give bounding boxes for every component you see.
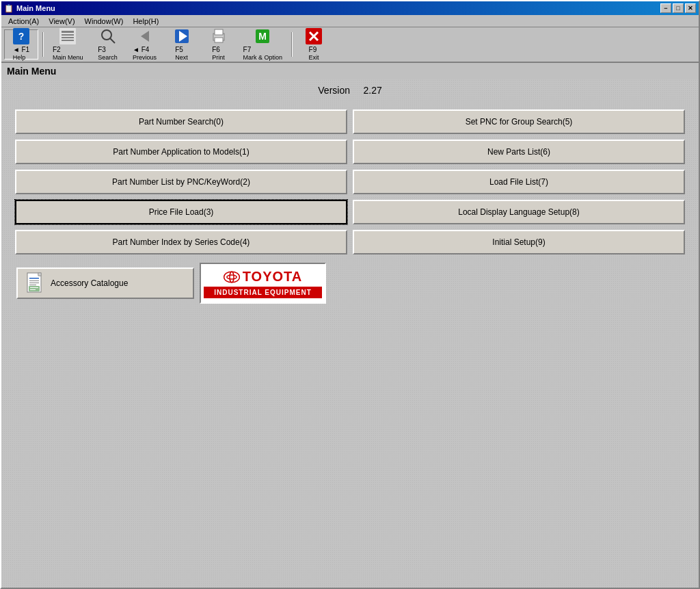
btn-initial-setup[interactable]: Initial Setup(9) <box>353 230 685 254</box>
menu-window[interactable]: Window(W) <box>81 16 128 26</box>
svg-rect-29 <box>30 289 36 290</box>
version-bar: Version 2.27 <box>1 79 699 104</box>
toolbar-f3-search[interactable]: F3Search <box>91 29 125 60</box>
svg-rect-26 <box>29 285 36 285</box>
bottom-row: Accessory Catalogue <box>15 263 685 304</box>
svg-rect-24 <box>29 280 39 281</box>
version-number: 2.27 <box>363 85 381 96</box>
f6-label: F6Print <box>212 46 225 61</box>
f3-label: F3Search <box>98 46 118 61</box>
svg-rect-27 <box>29 286 40 291</box>
button-row-1: Part Number Search(0) Set PNC for Group … <box>15 109 685 134</box>
toolbar: ? ◄ F1Help F2Main Menu <box>1 27 699 63</box>
previous-icon <box>137 28 153 44</box>
accessory-catalogue-label: Accessory Catalogue <box>51 278 128 288</box>
version-label: Version <box>318 85 350 96</box>
f1-label: ◄ F1Help <box>13 46 29 61</box>
separator-1 <box>42 32 44 57</box>
svg-rect-5 <box>62 37 74 38</box>
toolbar-f7-markoption[interactable]: M F7Mark & Option <box>239 29 288 60</box>
content-area: Main Menu Version 2.27 Part Number Searc… <box>1 63 699 588</box>
title-bar-controls: − □ ✕ <box>660 3 696 13</box>
button-row-3: Part Number List by PNC/KeyWord(2) Load … <box>15 170 685 194</box>
svg-rect-6 <box>62 40 74 41</box>
toyota-subtitle: INDUSTRIAL EQUIPMENT <box>204 287 322 298</box>
btn-load-file-list[interactable]: Load File List(7) <box>353 170 685 194</box>
toyota-text: TOYOTA <box>243 269 302 285</box>
svg-rect-25 <box>29 283 39 283</box>
page-title-bar: Main Menu <box>1 63 699 79</box>
btn-local-display-language[interactable]: Local Display Language Setup(8) <box>353 200 685 224</box>
svg-rect-23 <box>29 278 39 279</box>
btn-part-number-list-pnc[interactable]: Part Number List by PNC/KeyWord(2) <box>15 170 347 194</box>
toolbar-f2-mainmenu[interactable]: F2Main Menu <box>48 29 88 60</box>
btn-price-file-load[interactable]: Price File Load(3) <box>15 200 347 224</box>
toyota-logo: TOYOTA INDUSTRIAL EQUIPMENT <box>200 263 326 304</box>
svg-rect-4 <box>62 34 74 36</box>
minimize-button[interactable]: − <box>660 3 671 13</box>
print-icon <box>211 28 227 44</box>
search-icon <box>100 28 116 44</box>
toolbar-f5-next[interactable]: F5Next <box>165 29 199 60</box>
help-icon: ? <box>13 28 29 44</box>
catalogue-icon <box>26 272 45 294</box>
toolbar-f1-help[interactable]: ? ◄ F1Help <box>4 29 38 60</box>
btn-set-pnc-group-search[interactable]: Set PNC for Group Search(5) <box>353 109 685 134</box>
restore-button[interactable]: □ <box>673 3 684 13</box>
toolbar-f6-print[interactable]: F6Print <box>202 29 236 60</box>
title-bar: 📋 Main Menu − □ ✕ <box>1 1 699 15</box>
toyota-brand: TOYOTA <box>224 269 302 285</box>
svg-rect-22 <box>38 273 41 276</box>
main-content: Part Number Search(0) Set PNC for Group … <box>1 104 699 588</box>
inner-window: Main Menu Version 2.27 Part Number Searc… <box>1 63 699 588</box>
button-row-4: Price File Load(3) Local Display Languag… <box>15 200 685 224</box>
toolbar-f9-exit[interactable]: F9Exit <box>297 29 331 60</box>
btn-part-number-search[interactable]: Part Number Search(0) <box>15 109 347 134</box>
menu-help[interactable]: Help(H) <box>129 16 163 26</box>
mainmenu-icon <box>59 28 76 44</box>
menu-view[interactable]: View(V) <box>44 16 79 26</box>
f4-label: ◄ F4Previous <box>133 46 157 61</box>
f7-label: F7Mark & Option <box>243 46 283 61</box>
markoption-icon: M <box>254 28 271 44</box>
svg-text:?: ? <box>18 31 25 42</box>
btn-part-number-application[interactable]: Part Number Application to Models(1) <box>15 140 347 164</box>
svg-point-32 <box>230 272 234 283</box>
main-window: 📋 Main Menu − □ ✕ Action(A) View(V) Wind… <box>0 0 700 589</box>
next-icon <box>174 28 190 44</box>
toolbar-f4-previous[interactable]: ◄ F4Previous <box>128 29 162 60</box>
close-button[interactable]: ✕ <box>685 3 696 13</box>
button-row-5: Part Number Index by Series Code(4) Init… <box>15 230 685 254</box>
f5-label: F5Next <box>175 46 188 61</box>
svg-marker-9 <box>141 31 149 42</box>
f2-label: F2Main Menu <box>53 46 83 61</box>
svg-rect-3 <box>62 31 74 33</box>
svg-text:M: M <box>258 31 267 42</box>
toyota-oval-icon <box>224 269 240 285</box>
btn-new-parts-list[interactable]: New Parts List(6) <box>353 140 685 164</box>
f9-label: F9Exit <box>309 46 319 61</box>
menu-action[interactable]: Action(A) <box>4 16 43 26</box>
btn-accessory-catalogue[interactable]: Accessory Catalogue <box>16 267 194 299</box>
app-icon: 📋 <box>4 4 14 13</box>
svg-point-31 <box>227 275 237 279</box>
svg-rect-2 <box>59 28 76 44</box>
button-row-2: Part Number Application to Models(1) New… <box>15 140 685 164</box>
separator-2 <box>291 32 293 57</box>
menu-bar: Action(A) View(V) Window(W) Help(H) <box>1 15 699 27</box>
svg-rect-13 <box>215 29 223 35</box>
svg-rect-28 <box>30 287 38 288</box>
svg-rect-14 <box>215 38 223 42</box>
page-title: Main Menu <box>7 66 56 77</box>
title-bar-left: 📋 Main Menu <box>4 4 55 13</box>
svg-point-7 <box>102 30 111 40</box>
exit-icon <box>306 28 322 44</box>
btn-part-number-index[interactable]: Part Number Index by Series Code(4) <box>15 230 347 254</box>
svg-point-30 <box>224 272 239 283</box>
window-title: Main Menu <box>16 4 55 12</box>
svg-line-8 <box>110 38 115 43</box>
